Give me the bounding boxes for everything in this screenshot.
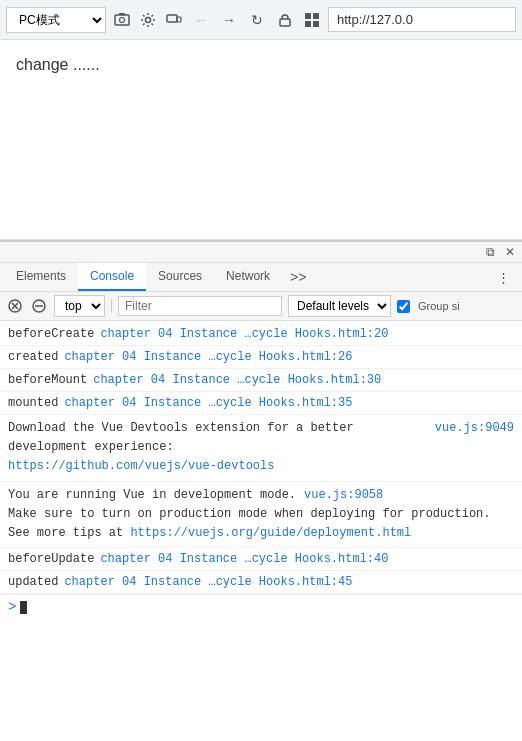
block-text: See more tips at xyxy=(8,526,130,540)
devtools-menu-button[interactable]: ⋮ xyxy=(489,264,518,291)
log-text: beforeUpdate xyxy=(8,550,94,568)
page-content-area: change ...... xyxy=(0,40,522,240)
console-row: updated chapter 04 Instance …cycle Hooks… xyxy=(0,571,522,594)
console-block: You are running Vue in development mode.… xyxy=(0,482,522,549)
forward-button[interactable]: → xyxy=(218,9,240,31)
log-link[interactable]: chapter 04 Instance …cycle Hooks.html:45 xyxy=(64,573,352,591)
console-row: beforeCreate chapter 04 Instance …cycle … xyxy=(0,323,522,346)
log-link[interactable]: chapter 04 Instance …cycle Hooks.html:35 xyxy=(64,394,352,412)
page-text: change ...... xyxy=(16,56,100,73)
console-cursor[interactable] xyxy=(20,601,27,614)
svg-point-3 xyxy=(146,17,151,22)
settings-icon[interactable] xyxy=(138,10,158,30)
devtools-controls: ⧉ ✕ xyxy=(482,244,518,260)
console-clear-button[interactable] xyxy=(6,297,24,315)
console-input-row: > xyxy=(0,594,522,619)
console-prompt-icon: > xyxy=(8,599,16,615)
tabs-more-button[interactable]: >> xyxy=(282,263,314,291)
lock-icon xyxy=(274,9,296,31)
console-levels-select[interactable]: Default levels xyxy=(288,295,391,317)
console-row: created chapter 04 Instance …cycle Hooks… xyxy=(0,346,522,369)
console-row: beforeMount chapter 04 Instance …cycle H… xyxy=(0,369,522,392)
console-output: beforeCreate chapter 04 Instance …cycle … xyxy=(0,321,522,740)
console-toolbar: top Default levels Group si xyxy=(0,292,522,321)
svg-rect-9 xyxy=(305,21,311,27)
svg-point-1 xyxy=(120,17,125,22)
log-link[interactable]: chapter 04 Instance …cycle Hooks.html:20 xyxy=(100,325,388,343)
tab-sources[interactable]: Sources xyxy=(146,263,214,291)
devtools-panel: ⧉ ✕ Elements Console Sources Network >> … xyxy=(0,240,522,740)
block-text: You are running Vue in development mode. xyxy=(8,486,296,505)
log-link[interactable]: chapter 04 Instance …cycle Hooks.html:26 xyxy=(64,348,352,366)
console-block: Download the Vue Devtools extension for … xyxy=(0,415,522,482)
responsive-icon[interactable] xyxy=(164,10,184,30)
devtools-url-link[interactable]: https://github.com/vuejs/vue-devtools xyxy=(8,459,274,473)
device-mode-select[interactable]: PC模式 xyxy=(6,7,106,33)
tab-network[interactable]: Network xyxy=(214,263,282,291)
screenshot-icon[interactable] xyxy=(112,10,132,30)
block-text: Make sure to turn on production mode whe… xyxy=(8,507,490,521)
tab-console[interactable]: Console xyxy=(78,263,146,291)
svg-rect-8 xyxy=(313,13,319,19)
console-context-select[interactable]: top xyxy=(54,295,105,317)
dock-button[interactable]: ⧉ xyxy=(482,244,498,260)
console-row: mounted chapter 04 Instance …cycle Hooks… xyxy=(0,392,522,415)
console-stop-button[interactable] xyxy=(30,297,48,315)
log-link[interactable]: vue.js:9049 xyxy=(435,419,514,457)
svg-rect-10 xyxy=(313,21,319,27)
svg-rect-4 xyxy=(167,15,177,22)
group-similar-checkbox[interactable] xyxy=(397,300,410,313)
log-text: beforeCreate xyxy=(8,325,94,343)
log-text: created xyxy=(8,348,58,366)
refresh-button[interactable]: ↻ xyxy=(246,9,268,31)
browser-toolbar: PC模式 ← → ↻ xyxy=(0,0,522,40)
url-input[interactable] xyxy=(328,7,516,32)
back-button[interactable]: ← xyxy=(190,9,212,31)
svg-rect-0 xyxy=(115,15,129,25)
console-row: beforeUpdate chapter 04 Instance …cycle … xyxy=(0,548,522,571)
svg-rect-6 xyxy=(280,19,290,26)
svg-rect-2 xyxy=(119,13,125,15)
deployment-url-link[interactable]: https://vuejs.org/guide/deployment.html xyxy=(130,526,411,540)
devtools-header: ⧉ ✕ xyxy=(0,242,522,263)
log-link[interactable]: chapter 04 Instance …cycle Hooks.html:30 xyxy=(93,371,381,389)
log-text: mounted xyxy=(8,394,58,412)
svg-rect-7 xyxy=(305,13,311,19)
log-text: beforeMount xyxy=(8,371,87,389)
devtools-tabs: Elements Console Sources Network >> ⋮ xyxy=(0,263,522,292)
log-link[interactable]: vue.js:9058 xyxy=(304,486,383,505)
log-link[interactable]: chapter 04 Instance …cycle Hooks.html:40 xyxy=(100,550,388,568)
log-text: updated xyxy=(8,573,58,591)
tab-elements[interactable]: Elements xyxy=(4,263,78,291)
apps-icon[interactable] xyxy=(302,10,322,30)
console-filter-input[interactable] xyxy=(118,296,282,316)
group-similar-label: Group si xyxy=(418,300,460,312)
close-devtools-button[interactable]: ✕ xyxy=(502,244,518,260)
block-text: Download the Vue Devtools extension for … xyxy=(8,419,427,457)
